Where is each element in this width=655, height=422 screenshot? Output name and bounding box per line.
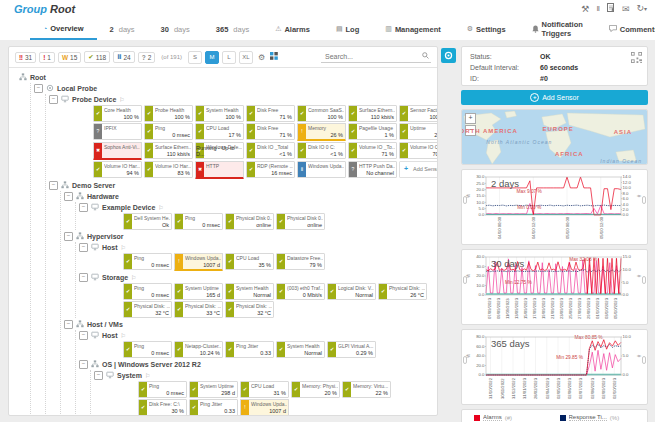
- priority-flag-icon[interactable]: ⚐: [131, 274, 136, 281]
- graph-pin-icon[interactable]: [463, 356, 467, 366]
- graph-pin-icon[interactable]: [463, 196, 467, 206]
- sensor-box-cpu-load[interactable]: ✔CPU Load31 %: [240, 381, 289, 398]
- clone-icon[interactable]: [607, 3, 615, 14]
- sensor-box-system-uptime[interactable]: ✔System Uptime298 d: [189, 381, 238, 398]
- sensor-box-memory-virtu[interactable]: ✔Memory: Virtu...22 %: [342, 381, 391, 398]
- sensor-box-system-health[interactable]: ✔System Health100 %: [195, 105, 244, 122]
- tab-2-days[interactable]: 2days: [97, 18, 148, 40]
- tab-alarms[interactable]: ⚠Alarms: [262, 18, 323, 40]
- collapse-toggle[interactable]: −: [34, 84, 43, 93]
- sensor-box-http[interactable]: ✖HTTP: [195, 161, 244, 179]
- sensor-box-physical-disk-0[interactable]: ✔Physical Disk 0...online: [276, 213, 325, 230]
- tab-log[interactable]: ▤Log: [323, 18, 372, 40]
- tab-30-days[interactable]: 30days: [148, 18, 203, 40]
- tree-settings-gear-icon[interactable]: ⚙: [258, 53, 265, 62]
- sensor-box-ipfix[interactable]: ?IPFIX: [93, 123, 142, 140]
- tools-icon[interactable]: ⚒: [581, 4, 589, 14]
- size-button-s[interactable]: S: [188, 51, 202, 64]
- sensor-box-uptime[interactable]: ✔Uptime26 d: [399, 123, 438, 140]
- priority-flag-icon[interactable]: ⚐: [119, 96, 124, 103]
- priority-flag-icon[interactable]: ⚐: [121, 332, 126, 339]
- sensor-box-cpu-load[interactable]: ✔CPU Load17 %: [195, 123, 244, 140]
- sensor-box-surface-ethern[interactable]: ✔Surface Ethern...110 kbit/s: [144, 142, 193, 159]
- sensor-box-disk-free-c[interactable]: ✔Disk Free: C:\30 %: [138, 399, 187, 416]
- collapse-toggle[interactable]: −: [79, 203, 88, 212]
- sensor-box-memory[interactable]: !Memory26 %: [297, 123, 346, 141]
- sensor-box-dell-system-he[interactable]: ✔Dell System He...Ok: [123, 213, 172, 230]
- geo-map-pin-button[interactable]: [441, 48, 456, 63]
- filter-badge[interactable]: !1: [39, 52, 55, 63]
- add-sensor-tile[interactable]: +Add Sensor: [399, 161, 438, 178]
- sensor-box-disk-free[interactable]: ✔Disk Free71 %: [246, 123, 295, 140]
- refresh-icon[interactable]: ↻▾: [636, 3, 647, 14]
- graph-zoom-icon[interactable]: [642, 356, 646, 366]
- search-icon[interactable]: [422, 52, 429, 61]
- collapse-toggle[interactable]: −: [94, 371, 103, 380]
- collapse-toggle[interactable]: −: [64, 192, 73, 201]
- sensor-box-ping[interactable]: ✔Ping0 msec: [144, 123, 193, 140]
- sensor-box-ping-jitter[interactable]: ✔Ping Jitter0.33: [225, 341, 274, 358]
- sensor-box-volume-io-c[interactable]: ✔Volume IO C:70 %: [399, 142, 438, 159]
- sensor-box-physical-disk[interactable]: ✔Physical Disk: ...32 °C: [123, 301, 172, 318]
- sensor-box-physical-disk[interactable]: ✔Physical Disk: ...33 °C: [174, 301, 223, 318]
- legend-label[interactable]: Response Ti...: [569, 414, 607, 421]
- graph-zoom-icon[interactable]: [642, 196, 646, 206]
- sensor-box-volume-io-to[interactable]: ✔Volume IO _To...71 %: [348, 142, 397, 159]
- tree-label-host[interactable]: Host: [102, 244, 118, 251]
- sensor-box-netapp-cluster[interactable]: ✔Netapp-Cluster...10.24 %: [174, 341, 223, 358]
- tab-management[interactable]: ▥Management: [372, 18, 453, 40]
- collapse-toggle[interactable]: −: [79, 360, 88, 369]
- tree-label-system[interactable]: System: [117, 372, 142, 379]
- tree-label-storage[interactable]: Storage: [102, 274, 128, 281]
- map-zoom-in-button[interactable]: +: [465, 113, 476, 124]
- tree-label-hardware[interactable]: Hardware: [87, 193, 119, 200]
- search-input[interactable]: [323, 52, 422, 61]
- sensor-box-windows-upda[interactable]: !Windows Upda...1007 d: [174, 253, 223, 271]
- priority-flag-icon[interactable]: ⚐: [121, 244, 126, 251]
- sensor-box-volume-io-har[interactable]: ✔Volume IO Har...94 %: [93, 161, 142, 178]
- sensor-box-datastore-free[interactable]: ✔Datastore Free...79 %: [276, 253, 325, 270]
- collapse-toggle[interactable]: −: [49, 95, 58, 104]
- email-icon[interactable]: ✉: [622, 4, 630, 14]
- tree-label-demo-server[interactable]: Demo Server: [72, 182, 115, 189]
- collapse-toggle[interactable]: −: [64, 320, 73, 329]
- add-sensor-button[interactable]: + Add Sensor: [461, 90, 648, 105]
- tree-label-probe-device[interactable]: Probe Device: [72, 96, 116, 103]
- sensor-box-ping[interactable]: ✔Ping0 msec: [174, 213, 223, 230]
- sensor-box-probe-health[interactable]: ✔Probe Health100 %: [144, 105, 193, 122]
- sensor-box-memory-physi[interactable]: ✔Memory: Physi...20 %: [291, 381, 340, 398]
- sensor-box-cpu-load[interactable]: ✔CPU Load35 %: [225, 253, 274, 270]
- tree-label-host-vms[interactable]: Host / VMs: [87, 321, 123, 328]
- tree-label-host[interactable]: Host: [102, 332, 118, 339]
- filter-badge[interactable]: ?2: [138, 52, 156, 63]
- sensor-box-http-push-da[interactable]: ?HTTP Push Da...No channel: [348, 161, 397, 178]
- pause-icon[interactable]: Ⅱ: [596, 4, 599, 14]
- tree-label-hypervisor[interactable]: Hypervisor: [87, 233, 124, 240]
- geo-map[interactable]: + − NORTH AMERICAEUROPEASIAAFRICANorth A…: [461, 109, 648, 165]
- tab-settings[interactable]: ⚙Settings: [454, 18, 519, 40]
- sensor-box-ping[interactable]: ✔Ping0 msec: [123, 341, 172, 358]
- tree-label-local-probe[interactable]: Local Probe: [57, 85, 97, 92]
- view-toggle-tiles-icon[interactable]: [270, 52, 278, 62]
- tab-notification-triggers[interactable]: Notification Triggers: [519, 18, 596, 40]
- sensor-box-pagefile-usage[interactable]: ✔Pagefile Usage1 %: [348, 123, 397, 140]
- sensor-box-ping[interactable]: ✔Ping0 msec: [123, 253, 172, 270]
- filter-badge[interactable]: ‼31: [15, 52, 36, 63]
- collapse-toggle[interactable]: −: [64, 232, 73, 241]
- tree-label-example-device[interactable]: Example Device: [102, 204, 155, 211]
- sensor-box-physical-disk[interactable]: ✔Physical Disk: ...26 °C: [378, 283, 427, 300]
- sensor-box-ping[interactable]: ✔Ping0 msec: [138, 381, 187, 398]
- tab-overview[interactable]: ◔Overview: [30, 18, 97, 40]
- sensor-box-glpi-virtual-a[interactable]: ✔GLPI Virtual A...0.29 %: [327, 341, 376, 358]
- sensor-box-system-health[interactable]: ✔System HealthNormal: [225, 283, 274, 300]
- sensor-box-003-eth0-traf[interactable]: ✔(003) eth0 Traf...0 Mbit/s: [276, 283, 325, 300]
- qr-code-icon[interactable]: [631, 52, 642, 65]
- collapse-toggle[interactable]: −: [49, 181, 58, 190]
- collapse-toggle[interactable]: −: [79, 331, 88, 340]
- sensor-box-common-saas[interactable]: ✔Common SaaS...100 %: [297, 105, 346, 122]
- tab-365-days[interactable]: 365days: [203, 18, 262, 40]
- filter-badge[interactable]: Ⅱ24: [113, 51, 135, 63]
- sensor-box-windows-upda[interactable]: ⅡWindows Upda...: [297, 161, 346, 178]
- sensor-box-system-health[interactable]: ✔System HealthNormal: [276, 341, 325, 358]
- graph-pin-icon[interactable]: [463, 276, 467, 286]
